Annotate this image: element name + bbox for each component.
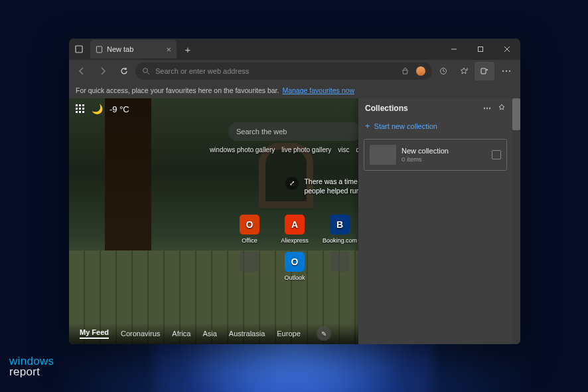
svg-point-14 — [502, 70, 504, 72]
tile-icon — [240, 252, 259, 272]
tile-label: Booking.com — [323, 237, 357, 244]
tile-icon: A — [285, 215, 305, 235]
story-line1: There was a time — [304, 177, 360, 186]
quick-link-tile[interactable]: AAliexpress — [277, 215, 313, 244]
quick-link-tile[interactable]: OOutlook — [277, 252, 313, 281]
search-icon — [142, 67, 150, 75]
collection-thumbnail — [370, 145, 396, 165]
tile-icon: O — [240, 215, 259, 235]
tile-icon: B — [330, 215, 350, 235]
tile-label: Outlook — [284, 274, 305, 281]
story-expand-icon[interactable]: ⤢ — [285, 177, 299, 190]
favorites-bar: For quick access, place your favourites … — [69, 82, 520, 98]
tab-title: New tab — [107, 45, 133, 53]
collections-title: Collections — [365, 104, 408, 113]
profile-icon[interactable] — [416, 66, 425, 76]
toolbar: Search or enter web address — [69, 60, 520, 82]
collection-checkbox[interactable] — [492, 150, 501, 159]
svg-rect-1 — [96, 46, 102, 52]
tile-label: Office — [242, 237, 257, 244]
forward-button[interactable] — [93, 62, 113, 80]
feed-tab[interactable]: Africa — [172, 330, 190, 338]
scrollbar-thumb[interactable] — [512, 98, 520, 130]
ntp-search-placeholder: Search the web — [236, 128, 287, 136]
tile-icon — [330, 252, 350, 272]
collections-panel: Collections ⋯ + Start new collection New… — [358, 98, 512, 344]
story-callout[interactable]: ⤢ There was a time people helped run — [285, 177, 360, 195]
tile-label: Aliexpress — [281, 237, 309, 244]
plus-icon: + — [365, 121, 370, 131]
svg-line-7 — [147, 72, 149, 74]
vertical-scrollbar[interactable] — [512, 98, 520, 344]
content-area: 🌙 -9 °C ⚙ Search the web windows photo g… — [69, 98, 520, 344]
weather-icon[interactable]: 🌙 — [92, 104, 103, 114]
collection-item-count: 0 items — [402, 155, 449, 163]
close-window-button[interactable] — [494, 39, 520, 60]
suggestion-item[interactable]: windows photo gallery — [210, 146, 275, 153]
titlebar: New tab × + — [69, 39, 520, 60]
watermark: windows report — [9, 356, 54, 377]
story-line2: people helped run — [304, 186, 360, 195]
svg-point-6 — [143, 68, 148, 73]
apps-grid-icon[interactable] — [76, 104, 85, 114]
svg-rect-3 — [478, 47, 483, 52]
collection-item[interactable]: New collection 0 items — [364, 139, 507, 171]
start-new-collection-button[interactable]: + Start new collection — [358, 118, 512, 136]
quick-link-tile[interactable]: OOffice — [232, 215, 267, 244]
extensions-button[interactable] — [433, 62, 453, 80]
back-button[interactable] — [72, 62, 92, 80]
ntp-search-box[interactable]: Search the web — [228, 122, 361, 141]
svg-rect-0 — [76, 46, 82, 52]
search-suggestions: windows photo gallerylive photo galleryv… — [210, 146, 380, 153]
address-bar[interactable]: Search or enter web address — [135, 62, 432, 80]
favorites-button[interactable] — [454, 62, 474, 80]
quick-link-tile[interactable] — [322, 252, 358, 281]
browser-tab[interactable]: New tab × — [90, 40, 177, 58]
collections-button[interactable] — [475, 62, 494, 80]
collections-more-button[interactable]: ⋯ — [483, 104, 491, 113]
address-placeholder: Search or enter web address — [155, 67, 249, 75]
manage-favorites-link[interactable]: Manage favourites now — [282, 86, 354, 94]
feed-tab[interactable]: Coronavirus — [121, 330, 160, 338]
minimize-button[interactable] — [441, 39, 467, 60]
close-tab-button[interactable]: × — [166, 45, 171, 54]
feed-tab[interactable]: My Feed — [80, 328, 109, 339]
svg-point-15 — [506, 70, 507, 72]
tab-actions-button[interactable] — [69, 40, 89, 58]
weather-temp[interactable]: -9 °C — [110, 104, 129, 114]
feed-tab[interactable]: Europe — [277, 330, 300, 338]
browser-window: New tab × + Search or enter web address — [69, 39, 520, 344]
more-button[interactable] — [495, 62, 518, 80]
ntp-top-bar: 🌙 -9 °C — [76, 104, 129, 114]
suggestion-item[interactable]: visc — [338, 146, 349, 153]
quick-link-tile[interactable] — [232, 252, 267, 281]
feed-edit-button[interactable]: ✎ — [317, 326, 331, 341]
watermark-line2: report — [9, 367, 54, 377]
maximize-button[interactable] — [467, 39, 494, 60]
collection-item-title: New collection — [402, 147, 449, 155]
quick-link-tile[interactable]: BBooking.com — [322, 215, 358, 244]
collections-pin-button[interactable] — [498, 104, 506, 113]
start-new-collection-label: Start new collection — [374, 122, 437, 130]
shopping-icon[interactable] — [401, 67, 409, 76]
suggestion-item[interactable]: live photo gallery — [281, 146, 331, 153]
favbar-text: For quick access, place your favourites … — [76, 86, 279, 94]
page-icon — [96, 46, 103, 53]
refresh-button[interactable] — [114, 62, 134, 80]
tile-icon: O — [285, 252, 305, 272]
quick-links-grid: OOfficeAAliexpressBBooking.comOOutlook — [232, 215, 358, 281]
svg-rect-11 — [481, 68, 486, 74]
new-tab-button[interactable]: + — [179, 41, 196, 58]
feed-tab[interactable]: Australasia — [229, 330, 265, 338]
feed-tab[interactable]: Asia — [202, 330, 216, 338]
svg-point-16 — [509, 70, 510, 72]
